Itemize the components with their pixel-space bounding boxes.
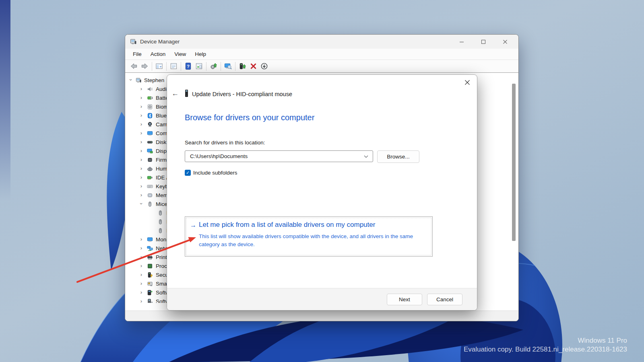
device-icon — [184, 89, 189, 97]
toolbar-separator — [152, 62, 152, 71]
update-driver-icon[interactable] — [208, 62, 219, 71]
scan-hardware-icon[interactable] — [223, 62, 233, 71]
chevron-collapsed-icon[interactable]: › — [139, 130, 144, 136]
mouse-icon — [157, 228, 163, 234]
device-manager-icon — [130, 38, 137, 45]
include-subfolders-checkbox[interactable]: ✓ — [185, 170, 191, 176]
let-me-pick-description: This list will show available drivers co… — [199, 232, 429, 249]
chevron-expanded-icon[interactable]: › — [128, 78, 134, 82]
chevron-collapsed-icon[interactable]: › — [139, 95, 144, 101]
smartcard-icon — [147, 281, 153, 287]
chevron-collapsed-icon[interactable]: › — [139, 156, 144, 162]
menu-view[interactable]: View — [170, 49, 190, 60]
memory-icon — [147, 192, 153, 198]
dialog-close-icon[interactable] — [462, 77, 473, 88]
chevron-down-icon — [364, 155, 368, 158]
chevron-collapsed-icon[interactable]: › — [139, 192, 144, 198]
chevron-collapsed-icon[interactable]: › — [139, 174, 144, 180]
update-drivers-dialog: ← Update Drivers - HID-compliant mouse B… — [167, 74, 477, 311]
dialog-title: Update Drivers - HID-compliant mouse — [192, 91, 292, 97]
properties-icon[interactable] — [168, 62, 179, 71]
keyboard-icon — [147, 183, 153, 189]
chevron-collapsed-icon[interactable]: › — [139, 103, 144, 109]
chevron-collapsed-icon[interactable]: › — [139, 245, 144, 251]
software-device-icon — [147, 298, 153, 303]
include-subfolders-row: ✓ Include subfolders — [185, 169, 305, 177]
mouse-icon — [157, 219, 163, 225]
disable-device-icon[interactable] — [259, 62, 270, 71]
cancel-button[interactable]: Cancel — [427, 294, 462, 305]
help-icon[interactable]: ? — [183, 62, 194, 71]
chevron-collapsed-icon[interactable]: › — [139, 280, 144, 286]
forward-icon[interactable] — [139, 62, 150, 71]
mouse-icon — [147, 201, 153, 207]
display-icon — [147, 148, 153, 154]
toolbar: ? — [125, 60, 518, 73]
fingerprint-icon — [147, 104, 153, 110]
hid-icon — [147, 166, 153, 172]
chevron-collapsed-icon[interactable]: › — [139, 183, 144, 189]
firmware-icon — [147, 157, 153, 163]
menu-action[interactable]: Action — [146, 49, 170, 60]
processor-icon — [147, 263, 153, 269]
software-component-icon — [147, 290, 153, 296]
battery-icon — [147, 95, 153, 101]
menu-help[interactable]: Help — [190, 49, 211, 60]
monitor-icon — [147, 237, 153, 243]
printer-icon — [147, 254, 153, 260]
chevron-collapsed-icon[interactable]: › — [139, 298, 144, 303]
toolbar-separator — [181, 62, 181, 71]
toolbar-separator — [206, 62, 206, 71]
chevron-collapsed-icon[interactable]: › — [139, 148, 144, 154]
tree-scrollbar[interactable] — [512, 84, 516, 241]
computer-icon — [136, 77, 142, 83]
disk-icon — [147, 139, 153, 145]
menu-bar: FileActionViewHelp — [125, 49, 518, 60]
browse-button[interactable]: Browse... — [377, 150, 419, 163]
watermark-edition: Windows 11 Pro — [464, 336, 627, 345]
chevron-collapsed-icon[interactable]: › — [139, 165, 144, 171]
search-location-label: Search for drivers in this location: — [185, 140, 265, 146]
action-pane-icon[interactable] — [194, 62, 204, 71]
device-update-icon[interactable] — [237, 62, 248, 71]
title-bar[interactable]: Device Manager — [125, 35, 518, 49]
chevron-collapsed-icon[interactable]: › — [139, 112, 144, 118]
status-bar — [125, 311, 518, 321]
console-tree-icon[interactable] — [154, 62, 165, 71]
dialog-footer: Next Cancel — [167, 288, 477, 310]
back-arrow-icon[interactable]: ← — [171, 89, 179, 98]
include-subfolders-label: Include subfolders — [193, 170, 237, 176]
chevron-collapsed-icon[interactable]: › — [139, 289, 144, 295]
dialog-heading: Browse for drivers on your computer — [185, 113, 314, 122]
chevron-collapsed-icon[interactable]: › — [139, 263, 144, 269]
ide-icon — [147, 175, 153, 181]
maximize-button[interactable] — [473, 35, 494, 49]
chevron-collapsed-icon[interactable]: › — [139, 139, 144, 145]
toolbar-separator — [221, 62, 221, 71]
wallpaper-left-band — [0, 0, 10, 201]
chevron-collapsed-icon[interactable]: › — [139, 272, 144, 278]
uninstall-device-icon[interactable] — [248, 62, 259, 71]
let-me-pick-option[interactable]: → Let me pick from a list of available d… — [185, 216, 433, 257]
chevron-collapsed-icon[interactable]: › — [139, 121, 144, 127]
chevron-expanded-icon[interactable]: › — [138, 202, 144, 206]
desktop: Windows 11 Pro Evaluation copy. Build 22… — [0, 0, 644, 362]
driver-location-combobox[interactable]: C:\Users\hp\Documents — [185, 150, 373, 162]
menu-file[interactable]: File — [128, 49, 146, 60]
bluetooth-icon — [147, 113, 153, 119]
chevron-collapsed-icon[interactable]: › — [139, 254, 144, 260]
watermark-build: Evaluation copy. Build 22581.ni_release.… — [464, 345, 627, 354]
chevron-collapsed-icon[interactable]: › — [139, 86, 144, 92]
network-icon — [147, 245, 153, 251]
close-button[interactable] — [494, 35, 516, 49]
window-title: Device Manager — [140, 39, 180, 45]
minimize-button[interactable] — [451, 35, 473, 49]
chevron-collapsed-icon[interactable]: › — [139, 236, 144, 242]
next-button[interactable]: Next — [387, 294, 422, 305]
right-arrow-icon: → — [190, 222, 196, 229]
speaker-icon — [147, 86, 153, 92]
toolbar-separator — [235, 62, 235, 71]
back-icon[interactable] — [128, 62, 139, 71]
monitor-icon — [147, 130, 153, 136]
driver-location-value: C:\Users\hp\Documents — [190, 153, 248, 159]
